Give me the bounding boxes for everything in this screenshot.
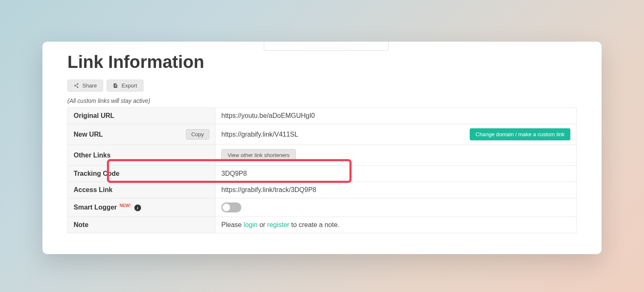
value-original-url: https://youtu.be/aDoEMGUHgI0 xyxy=(215,108,577,124)
share-icon xyxy=(74,83,79,88)
custom-links-note: (All custom links will stay active) xyxy=(67,97,577,104)
top-inset-box xyxy=(264,42,389,51)
row-other-links: Other Links View other link shorteners xyxy=(68,145,577,166)
export-label: Export xyxy=(121,82,137,89)
note-or: or xyxy=(258,221,267,228)
label-access-link: Access Link xyxy=(68,182,215,198)
action-buttons: Share Export xyxy=(67,80,577,92)
login-link[interactable]: login xyxy=(243,221,258,228)
value-tracking-code: 3DQ9P8 xyxy=(215,166,577,182)
row-tracking-code: Tracking Code 3DQ9P8 xyxy=(68,166,577,182)
page-title: Link Information xyxy=(67,52,577,72)
value-new-url: https://grabify.link/V411SL Change domai… xyxy=(215,124,577,145)
value-other-links: View other link shorteners xyxy=(215,145,577,166)
info-icon[interactable]: i xyxy=(134,205,141,211)
label-note: Note xyxy=(68,217,215,233)
row-access-link: Access Link https://grabify.link/track/3… xyxy=(68,182,577,198)
value-smart-logger xyxy=(215,198,577,217)
label-tracking-code: Tracking Code xyxy=(68,166,215,182)
share-button[interactable]: Share xyxy=(67,80,103,92)
label-new-url: New URL Copy xyxy=(68,124,215,145)
row-smart-logger: Smart Logger NEW! i xyxy=(68,198,577,217)
copy-button[interactable]: Copy xyxy=(186,129,209,140)
register-link[interactable]: register xyxy=(267,221,289,228)
label-original-url: Original URL xyxy=(68,108,215,124)
change-domain-button[interactable]: Change domain / make a custom link xyxy=(470,128,570,140)
smart-logger-toggle[interactable] xyxy=(221,202,241,212)
label-smart-logger: Smart Logger NEW! i xyxy=(68,198,215,217)
link-info-card: Link Information Share Export (All custo… xyxy=(42,42,602,254)
new-badge: NEW! xyxy=(119,203,131,208)
new-url-label-text: New URL xyxy=(74,131,103,138)
row-original-url: Original URL https://youtu.be/aDoEMGUHgI… xyxy=(68,108,577,124)
view-shorteners-button[interactable]: View other link shorteners xyxy=(221,149,296,161)
value-access-link: https://grabify.link/track/3DQ9P8 xyxy=(215,182,577,198)
value-note: Please login or register to create a not… xyxy=(215,217,577,233)
label-other-links: Other Links xyxy=(68,145,215,166)
export-icon xyxy=(113,83,118,88)
row-note: Note Please login or register to create … xyxy=(68,217,577,233)
link-info-table: Original URL https://youtu.be/aDoEMGUHgI… xyxy=(67,107,577,233)
note-suffix: to create a note. xyxy=(290,221,339,228)
row-new-url: New URL Copy https://grabify.link/V411SL… xyxy=(68,124,577,145)
smart-logger-text: Smart Logger xyxy=(74,204,117,211)
export-button[interactable]: Export xyxy=(107,80,144,92)
share-label: Share xyxy=(82,82,97,89)
new-url-text: https://grabify.link/V411SL xyxy=(221,131,298,138)
note-prefix: Please xyxy=(221,221,243,228)
